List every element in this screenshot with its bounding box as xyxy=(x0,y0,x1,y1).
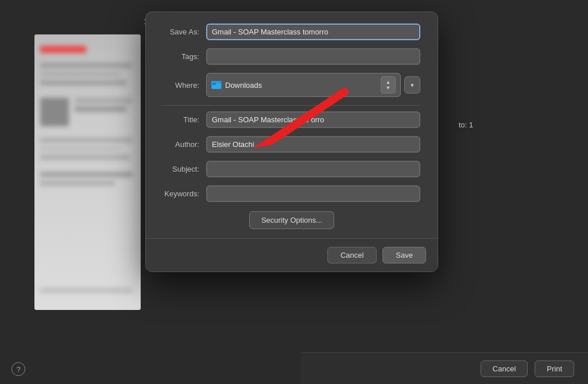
title-input[interactable] xyxy=(206,111,420,128)
bottom-print-button[interactable]: Print xyxy=(535,360,574,377)
tags-row: Tags: xyxy=(163,48,420,65)
cancel-button[interactable]: Cancel xyxy=(327,247,377,263)
save-as-row: Save As: xyxy=(163,24,420,40)
where-dropdown[interactable]: Downloads ▲ ▼ xyxy=(206,73,401,97)
author-row: Author: xyxy=(163,136,420,153)
security-options-button[interactable]: Security Options... xyxy=(249,211,334,229)
subject-row: Subject: xyxy=(163,161,420,177)
bottom-bar: Cancel Print xyxy=(301,352,588,384)
save-button[interactable]: Save xyxy=(382,247,426,263)
where-value: Downloads xyxy=(225,81,262,90)
divider-top xyxy=(163,105,420,106)
stepper-up-icon: ▲ xyxy=(386,80,391,85)
chevron-down-icon: ▾ xyxy=(411,82,414,89)
bottom-cancel-button[interactable]: Cancel xyxy=(481,360,528,377)
save-dialog: Save As: Tags: Where: xyxy=(145,11,438,272)
help-button[interactable]: ? xyxy=(11,362,25,376)
keywords-input[interactable] xyxy=(206,185,420,202)
where-row: Where: Downloads ▲ ▼ xyxy=(163,73,420,97)
where-label: Where: xyxy=(163,81,206,90)
subject-input[interactable] xyxy=(206,161,420,177)
keywords-label: Keywords: xyxy=(163,189,206,198)
author-input[interactable] xyxy=(206,136,420,153)
where-stepper[interactable]: ▲ ▼ xyxy=(381,76,396,94)
svg-rect-1 xyxy=(212,83,216,85)
to-label: to: 1 xyxy=(459,121,473,129)
modal-footer: Cancel Save xyxy=(146,238,438,271)
where-wrapper: Downloads ▲ ▼ ▾ xyxy=(206,73,420,97)
title-label: Title: xyxy=(163,115,206,124)
keywords-row: Keywords: xyxy=(163,185,420,202)
save-as-label: Save As: xyxy=(163,28,206,36)
title-row: Title: xyxy=(163,111,420,128)
pdf-preview xyxy=(34,34,141,310)
save-as-input[interactable] xyxy=(206,24,420,40)
author-label: Author: xyxy=(163,140,206,149)
tags-input[interactable] xyxy=(206,48,420,65)
subject-label: Subject: xyxy=(163,165,206,173)
tags-label: Tags: xyxy=(163,52,206,61)
where-dropdown-left: Downloads xyxy=(211,81,262,90)
stepper-down-icon: ▼ xyxy=(386,86,391,91)
expand-button[interactable]: ▾ xyxy=(404,76,420,94)
folder-icon xyxy=(211,81,222,89)
